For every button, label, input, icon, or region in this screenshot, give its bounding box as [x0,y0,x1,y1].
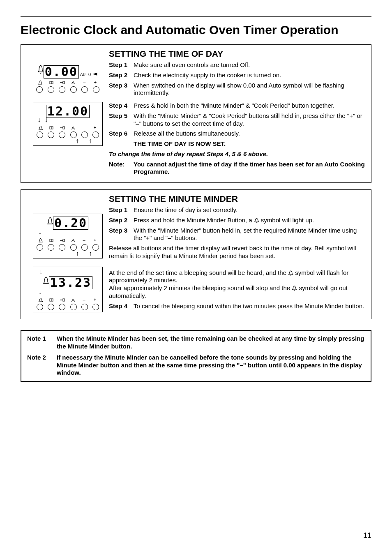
step-text-part: Press and hold the Minute Minder Button,… [134,217,254,224]
step-text: To cancel the bleeping sound within the … [134,302,365,310]
auto-indicator: AUTO [80,72,91,77]
clock-icon [69,125,77,131]
end-paragraph: At the end of the set time a bleeping so… [109,269,365,300]
bell-icon [292,286,297,291]
cook-period-icon [47,238,55,244]
note-2-text: If necessary the Minute Minder can be ca… [57,354,365,377]
cook-period-icon [47,80,55,86]
bell-icon [37,238,45,244]
lcd-display-4: 13.23 [50,277,91,289]
timer-button [81,131,88,138]
timer-button [59,244,65,251]
bell-icon [36,80,44,86]
timer-graphic-2: 12.00 ↓ ↓ – + [33,102,103,146]
timer-button [81,244,88,251]
timer-graphic-3: 0.20 ↓ – + [33,214,103,258]
step-text: Check the electricity supply to the cook… [134,72,365,79]
cook-period-icon [47,125,55,131]
timer-button [59,304,65,310]
svg-rect-10 [63,127,65,129]
step-label: Step 3 [109,227,134,242]
panel-minute-minder: SETTING THE MINUTE MINDER 0.20 ↓ – + [21,189,371,319]
timer-button [81,86,88,93]
svg-rect-24 [63,299,65,301]
bell-icon [37,125,45,131]
page-number: 11 [363,531,371,540]
plus-icon: + [91,125,99,131]
timer-button [48,304,54,310]
step-text: When switched on the display will show 0… [134,82,365,97]
step-label: Step 1 [109,61,134,69]
step-text: With the "Minute Minder" & "Cook Period"… [134,112,365,128]
note-label: Note: [109,161,134,176]
step-label: Step 2 [109,72,134,79]
timer-graphic-1: 0.00 AUTO ◄ – + [33,61,103,95]
step-label: Step 6 [109,130,134,138]
step-text: With the "Minute Minder" button held in,… [134,227,365,242]
note-text: You cannot adjust the time of day if the… [134,161,365,176]
time-now-set: THE TIME OF DAY IS NOW SET. [134,140,365,148]
step-label: Step 4 [109,102,134,110]
timer-button [70,131,77,138]
timer-button [81,304,88,310]
step-label: Step 3 [109,82,134,97]
timer-button [37,244,43,251]
timer-button [92,304,99,310]
note-1-text: When the Minute Minder has been set, the… [57,335,365,351]
timer-button [70,304,77,310]
timer-graphic-4: ↓ 13.23 ↓ – + [33,267,103,312]
repeat-steps: To change the time of day repeat Steps 4… [109,150,365,158]
bell-icon [43,276,49,287]
page-title: Electronic Clock and Automatic Oven Time… [21,23,371,37]
step-label: Step 5 [109,112,134,128]
minus-icon: – [80,80,88,86]
clock-icon [69,238,77,244]
arrow-down-icon: ↓ [37,117,42,124]
minus-icon: – [80,125,88,131]
bell-icon [37,298,45,303]
heading-minute-minder: SETTING THE MINUTE MINDER [109,194,365,204]
svg-rect-3 [63,81,65,84]
stop-time-icon [58,80,67,86]
step-text: Press and hold the Minute Minder Button,… [134,217,365,224]
release-paragraph: Release all buttons and the timer displa… [109,245,365,260]
arrow-up-icon: ↑ [88,138,92,145]
panel-setting-time: SETTING THE TIME OF DAY 0.00 AUTO ◄ [21,44,371,183]
plus-icon: + [91,238,99,244]
arrow-up-icon: ↑ [76,138,80,145]
step-label: Step 1 [109,206,134,214]
timer-button [93,86,99,93]
timer-button [92,244,99,251]
clock-icon [69,298,77,303]
top-rule [21,16,371,17]
timer-button [59,86,65,93]
plus-icon: + [91,80,99,86]
stop-time-icon [58,238,67,244]
arrow-up-icon: ↑ [76,251,80,257]
panel-footer-notes: Note 1 When the Minute Minder has been s… [21,330,371,382]
bell-icon [288,270,293,276]
step-label: Step 4 [109,302,134,310]
step-label: Step 2 [109,217,134,224]
timer-button [37,304,43,310]
timer-button [70,244,77,251]
timer-button [92,131,99,138]
timer-button [70,86,77,93]
text-part: After approximately 2 minutes the bleepi… [109,284,292,291]
step-text: Release all the buttons simultaneously. [134,130,365,138]
svg-rect-17 [63,239,65,242]
arrow-down-icon: ↓ [39,269,43,275]
minus-icon: – [80,298,88,303]
lcd-display-2: 12.00 [47,105,88,118]
arrow-down-icon: ↓ [38,229,42,236]
timer-button [36,86,43,93]
bell-icon [47,217,53,227]
stop-time-icon [58,298,67,303]
note-2-label: Note 2 [27,354,57,377]
note-1-label: Note 1 [27,335,57,351]
timer-button [37,131,43,138]
timer-button [48,86,54,93]
clock-icon [69,80,77,86]
minus-icon: – [80,238,88,244]
step-text: Press & hold in both the "Minute Minder"… [134,102,365,110]
